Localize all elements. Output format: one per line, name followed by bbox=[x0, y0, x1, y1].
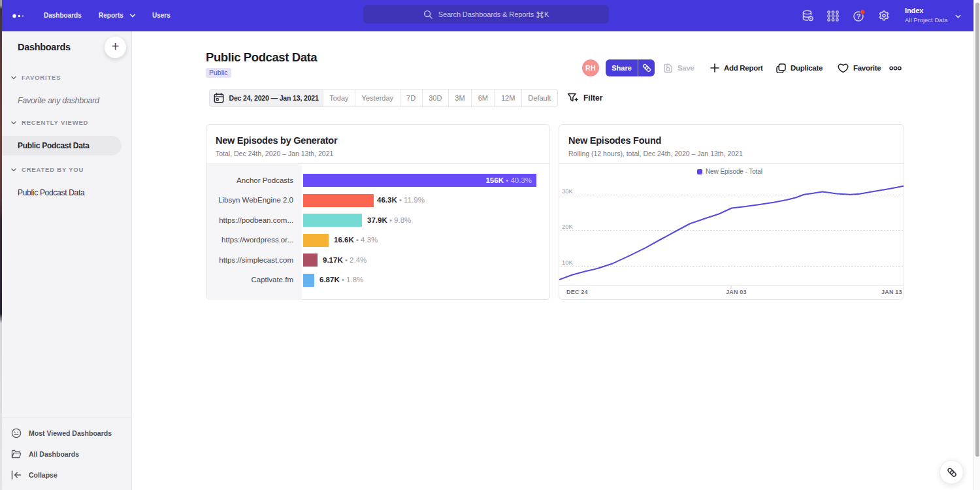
svg-text:?: ? bbox=[857, 12, 861, 20]
